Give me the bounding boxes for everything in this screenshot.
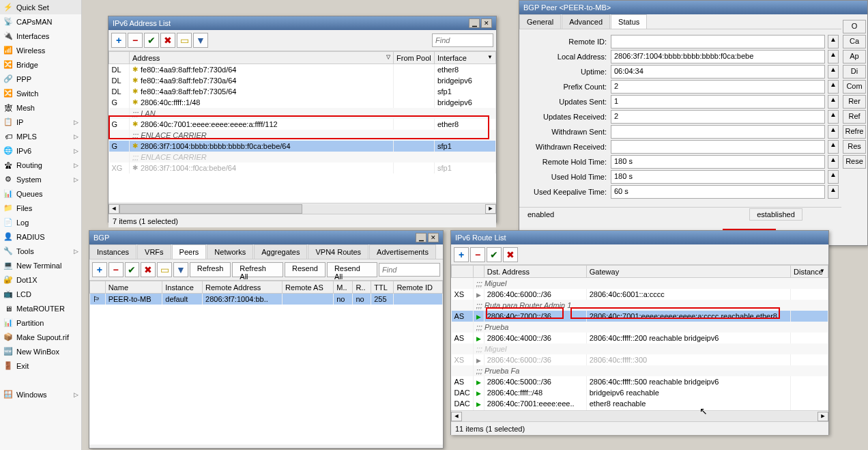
tab[interactable]: Instances: [89, 244, 136, 259]
address-table[interactable]: Address▽From PoolInterface▼DL✱fe80::4aa9…: [108, 51, 496, 203]
minimize-button[interactable]: ▁: [416, 233, 426, 242]
dst-cell[interactable]: 2806:40c:5000::/36: [484, 376, 586, 387]
col-header[interactable]: [90, 281, 106, 294]
refresh-button[interactable]: Refresh: [190, 262, 231, 277]
enable-button[interactable]: ✔: [125, 262, 140, 277]
refresh-all-button[interactable]: Refresh All: [232, 262, 283, 277]
table-row[interactable]: ;;; Miguel: [452, 343, 828, 354]
enable-button[interactable]: ✔: [144, 33, 159, 48]
col-header[interactable]: Distance▼: [791, 266, 828, 278]
sidebar-item[interactable]: 📡CAPsMAN: [0, 14, 81, 29]
field-value[interactable]: 180 s: [611, 170, 825, 184]
sidebar-item[interactable]: 🪟Windows▷: [0, 387, 81, 402]
tab[interactable]: Advertisements: [369, 244, 436, 259]
titlebar[interactable]: IPv6 Route List: [451, 231, 828, 244]
hscroll[interactable]: ◄ ►: [108, 203, 496, 214]
titlebar[interactable]: BGP ▁ ✕: [89, 231, 443, 244]
field-up-button[interactable]: ▲: [828, 140, 839, 154]
col-header[interactable]: Remote AS: [283, 281, 334, 294]
hscroll[interactable]: ◄ ►: [451, 410, 828, 421]
find-input[interactable]: [379, 263, 440, 277]
field-value[interactable]: [611, 125, 825, 139]
col-header[interactable]: Dst. Address: [484, 266, 586, 278]
col-header[interactable]: Instance: [162, 281, 203, 294]
titlebar[interactable]: BGP Peer <PEER-to-MB>: [519, 1, 867, 14]
scroll-left[interactable]: ◄: [108, 204, 119, 214]
resend-all-button[interactable]: Resend All: [327, 262, 377, 277]
field-value[interactable]: [611, 140, 825, 154]
table-row[interactable]: ;;; LAN: [109, 108, 496, 119]
filter-button[interactable]: ▼: [193, 33, 208, 48]
col-header[interactable]: R..: [353, 281, 371, 294]
dst-cell[interactable]: 2806:40c:ffff::/48: [484, 387, 586, 398]
close-button[interactable]: ✕: [428, 233, 439, 242]
col-header[interactable]: Gateway: [586, 266, 790, 278]
tab[interactable]: Peers: [172, 244, 207, 259]
add-button[interactable]: +: [111, 33, 126, 48]
field-up-button[interactable]: ▲: [828, 185, 839, 199]
col-header[interactable]: TTL: [371, 281, 394, 294]
sidebar-item[interactable]: 🌐IPv6▷: [0, 143, 81, 158]
field-value[interactable]: 2: [611, 110, 825, 124]
side-button[interactable]: Res: [843, 140, 866, 154]
comment-button[interactable]: ▭: [157, 262, 172, 277]
minimize-button[interactable]: ▁: [469, 18, 480, 28]
tab[interactable]: VRFs: [137, 244, 171, 259]
col-header[interactable]: [473, 266, 484, 278]
table-row[interactable]: DL✱fe80::4aa9:8aff:feb7:730a/64bridgeipv…: [109, 75, 496, 86]
col-header[interactable]: M..: [334, 281, 353, 294]
side-button[interactable]: Com: [843, 80, 866, 94]
sidebar-item[interactable]: 👤RADIUS: [0, 229, 81, 244]
field-value[interactable]: 1: [611, 95, 825, 109]
address-cell[interactable]: ✱2806:40c:7001:eeee:eeee:eeee:a:ffff/112: [130, 119, 394, 130]
field-value[interactable]: 2: [611, 80, 825, 94]
table-row[interactable]: DL✱fe80::4aa9:8aff:feb7:730d/64ether8: [109, 64, 496, 75]
peer-table[interactable]: NameInstanceRemote AddressRemote ASM..R.…: [89, 281, 443, 445]
side-button[interactable]: Rese: [843, 155, 866, 169]
sidebar-item[interactable]: 🔧Tools▷: [0, 244, 81, 258]
route-table[interactable]: Dst. AddressGatewayDistance▼;;; MiguelXS…: [451, 265, 828, 410]
tab[interactable]: Networks: [207, 244, 253, 259]
table-row[interactable]: XS▶2806:40c:6000::/362806:40c:6001::a:cc…: [452, 289, 828, 300]
dst-cell[interactable]: 2806:40c:7000::/36: [484, 311, 586, 322]
table-row[interactable]: ;;; Miguel: [452, 278, 828, 289]
field-value[interactable]: 60 s: [611, 185, 825, 199]
filter-button[interactable]: ▼: [173, 262, 188, 277]
table-row[interactable]: ;;; Prueba: [452, 322, 828, 333]
add-button[interactable]: +: [454, 247, 469, 262]
field-up-button[interactable]: ▲: [828, 65, 839, 79]
sidebar-item[interactable]: 🏷MPLS▷: [0, 129, 81, 143]
sidebar-item[interactable]: ⚡Quick Set: [0, 0, 81, 14]
table-row[interactable]: AS▶2806:40c:7000::/362806:40c:7001:eeee:…: [452, 311, 828, 322]
table-row[interactable]: AS▶2806:40c:5000::/362806:40c:ffff::500 …: [452, 376, 828, 387]
sidebar-item[interactable]: 🔐Dot1X: [0, 272, 81, 287]
field-value[interactable]: 180 s: [611, 155, 825, 169]
enable-button[interactable]: ✔: [487, 247, 502, 262]
sidebar-item[interactable]: 📶Wireless: [0, 43, 81, 57]
comment-button[interactable]: ▭: [177, 33, 192, 48]
field-up-button[interactable]: ▲: [828, 35, 839, 48]
table-row[interactable]: 🏳PEER-to-MBdefault2806:3f7:1004:bb..nono…: [90, 294, 443, 305]
dst-cell[interactable]: 2806:40c:7001:eeee:eee..: [484, 398, 586, 409]
scroll-right[interactable]: ►: [485, 204, 496, 214]
sidebar-item[interactable]: 📋IP▷: [0, 115, 81, 129]
tab[interactable]: General: [519, 14, 561, 29]
tab[interactable]: Status: [611, 14, 647, 29]
scroll-track[interactable]: [119, 204, 485, 214]
scroll-thumb[interactable]: [119, 204, 302, 214]
col-header[interactable]: Address▽: [130, 52, 394, 64]
table-row[interactable]: DAC▶2806:40c:7001:eeee:eee..ether8 reach…: [452, 398, 828, 409]
col-header[interactable]: [109, 52, 130, 64]
tab[interactable]: VPN4 Routes: [308, 244, 368, 259]
tab[interactable]: Advanced: [562, 14, 610, 29]
side-button[interactable]: Refre: [843, 125, 866, 139]
table-row[interactable]: XG✱2806:3f7:1004::f0ca:bebe/64sfp1: [109, 163, 496, 173]
address-cell[interactable]: ✱2806:3f7:1004::f0ca:bebe/64: [130, 163, 394, 173]
disable-button[interactable]: ✖: [141, 262, 156, 277]
field-up-button[interactable]: ▲: [828, 125, 839, 139]
address-cell[interactable]: ✱2806:3f7:1004:bbbb:bbbb:bbbb:f0ca:bebe/…: [130, 141, 394, 152]
field-up-button[interactable]: ▲: [828, 80, 839, 94]
field-up-button[interactable]: ▲: [828, 170, 839, 184]
sidebar-item[interactable]: 🔗PPP: [0, 72, 81, 86]
field-up-button[interactable]: ▲: [828, 155, 839, 169]
